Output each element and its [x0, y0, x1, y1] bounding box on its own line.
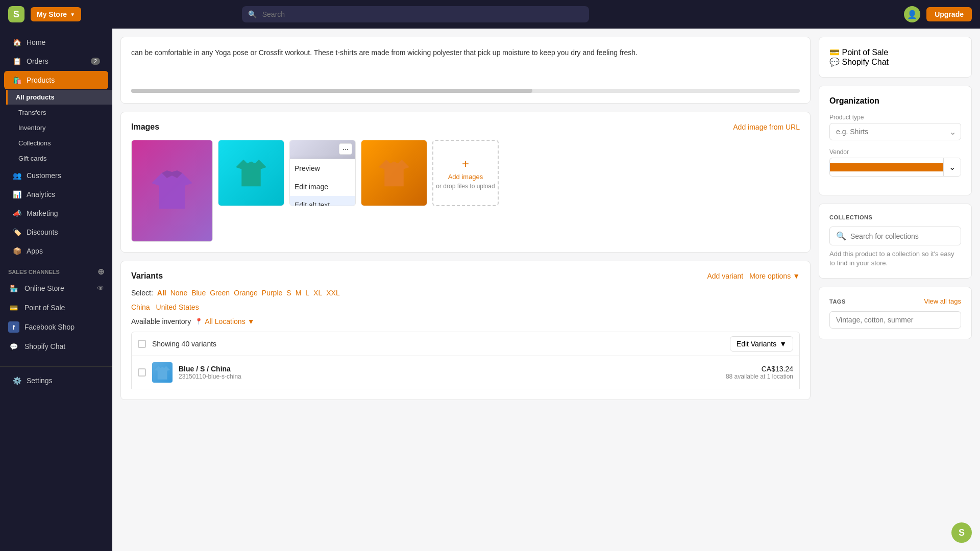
image-thumb-gray: ··· Preview Edit image Edit alt text Del… [289, 140, 356, 206]
image-thumb-purple [131, 140, 213, 242]
sidebar-item-apps[interactable]: 📦 Apps [4, 242, 108, 260]
pos-channel-icon: 💳 [829, 48, 840, 57]
all-locations-chip[interactable]: 📍 All Locations ▼ [195, 317, 254, 325]
more-options-button[interactable]: More options ▼ [749, 272, 800, 280]
sidebar-item-customers[interactable]: 👥 Customers [4, 166, 108, 185]
variants-card: Variants Add variant More options ▼ Sele… [120, 261, 811, 400]
chevron-down-icon: ⌄ [949, 127, 956, 137]
customers-icon: 👥 [12, 171, 21, 180]
select-xxl[interactable]: XXL [326, 289, 339, 297]
settings-icon: ⚙️ [12, 377, 21, 385]
select-none[interactable]: None [170, 289, 187, 297]
select-blue[interactable]: Blue [191, 289, 206, 297]
images-card: Images Add image from URL [120, 112, 811, 253]
select-all[interactable]: All [157, 289, 166, 297]
content-area: can be comfortable in any Yoga pose or C… [112, 29, 980, 408]
inventory-row: Available inventory 📍 All Locations ▼ [131, 317, 800, 325]
sidebar-item-label: Discounts [27, 228, 58, 236]
main-layout: 🏠 Home 📋 Orders 2 🛍️ Products All produc… [0, 29, 980, 551]
edit-variants-button[interactable]: Edit Variants ▼ [730, 336, 793, 352]
search-input[interactable] [242, 6, 589, 22]
sidebar-item-orders[interactable]: 📋 Orders 2 [4, 52, 108, 70]
add-images-dropzone[interactable]: + Add images or drop files to upload [432, 140, 499, 206]
sidebar-item-inventory[interactable]: Inventory [10, 120, 108, 135]
collections-label: Collections [18, 139, 51, 147]
tshirt-svg-orange [379, 155, 409, 191]
all-products-label: All products [16, 93, 55, 101]
sidebar-item-facebook-shop[interactable]: f Facebook Shop [0, 317, 112, 337]
organization-card: Organization Product type ⌄ Vendor ⌄ [819, 86, 972, 195]
variant-info: Blue / S / China 23150110-blue-s-china [179, 365, 720, 380]
product-type-input[interactable] [829, 123, 961, 140]
eye-icon[interactable]: 👁 [97, 284, 104, 292]
collections-card: COLLECTIONS 🔍 Add this product to a coll… [819, 204, 972, 279]
chevron-down-icon: ▼ [70, 12, 75, 17]
sidebar-item-analytics[interactable]: 📊 Analytics [4, 185, 108, 204]
collections-search-input[interactable] [850, 232, 954, 240]
sidebar-item-home[interactable]: 🏠 Home [4, 33, 108, 52]
add-image-from-url-button[interactable]: Add image from URL [733, 123, 800, 131]
sidebar-item-transfers[interactable]: Transfers [10, 105, 108, 120]
variant-row-checkbox[interactable] [138, 368, 146, 377]
sidebar-item-collections[interactable]: Collections [10, 136, 108, 151]
facebook-icon: f [8, 321, 19, 333]
view-all-tags-button[interactable]: View all tags [924, 297, 961, 305]
sidebar-item-products[interactable]: 🛍️ Products [4, 71, 108, 89]
sidebar-item-point-of-sale[interactable]: 💳 Point of Sale [0, 298, 112, 317]
pos-icon: 💳 [8, 302, 19, 313]
product-type-field: Product type ⌄ [829, 114, 961, 140]
shopify-logo-bottom[interactable]: S [951, 522, 972, 543]
select-s[interactable]: S [286, 289, 291, 297]
tags-header: TAGS View all tags [829, 297, 961, 305]
add-sales-channel-button[interactable]: ⊕ [97, 267, 104, 277]
select-orange[interactable]: Orange [234, 289, 258, 297]
tags-card: TAGS View all tags [819, 287, 972, 339]
shopify-logo: S [8, 6, 24, 22]
channel-label: Shopify Chat [842, 58, 889, 66]
variants-count: Showing 40 variants [152, 340, 724, 348]
country-china[interactable]: China [131, 303, 150, 311]
products-icon: 🛍️ [12, 76, 21, 84]
sidebar-item-online-store[interactable]: 🏪 Online Store 👁 [0, 279, 112, 298]
country-us[interactable]: United States [156, 303, 199, 311]
sidebar-item-all-products[interactable]: All products [6, 90, 112, 105]
select-xl[interactable]: XL [313, 289, 322, 297]
select-all-checkbox[interactable] [138, 340, 146, 348]
upgrade-button[interactable]: Upgrade [926, 7, 972, 21]
analytics-icon: 📊 [12, 190, 21, 198]
variants-header: Variants Add variant More options ▼ [131, 271, 800, 281]
store-selector-button[interactable]: My Store ▼ [31, 7, 81, 21]
sidebar-item-shopify-chat[interactable]: 💬 Shopify Chat [0, 337, 112, 356]
context-menu-preview[interactable]: Preview [289, 159, 356, 178]
sidebar-item-label: Marketing [27, 209, 58, 217]
image-context-menu-button[interactable]: ··· [339, 143, 352, 155]
context-menu-edit-alt-text[interactable]: Edit alt text [289, 196, 356, 206]
select-l[interactable]: L [305, 289, 309, 297]
select-purple[interactable]: Purple [262, 289, 282, 297]
sidebar-item-gift-cards[interactable]: Gift cards [10, 151, 108, 166]
select-m[interactable]: M [296, 289, 302, 297]
search-bar: 🔍 [242, 6, 589, 22]
chat-icon: 💬 [8, 341, 19, 352]
all-locations-label: All Locations [205, 317, 245, 325]
sidebar-item-settings[interactable]: ⚙️ Settings [4, 371, 108, 390]
tshirt-svg-teal [236, 155, 266, 191]
vendor-dropdown-icon[interactable]: ⌄ [943, 158, 961, 176]
tags-input[interactable] [829, 311, 961, 329]
sidebar-item-discounts[interactable]: 🏷️ Discounts [4, 223, 108, 241]
gift-cards-label: Gift cards [18, 155, 47, 162]
channel-label: Online Store [24, 284, 64, 292]
marketing-icon: 📣 [12, 209, 21, 217]
online-store-icon: 🏪 [8, 283, 19, 294]
description-card: can be comfortable in any Yoga pose or C… [120, 37, 811, 104]
inventory-label: Inventory [18, 124, 45, 132]
sidebar-item-marketing[interactable]: 📣 Marketing [4, 204, 108, 222]
scrollbar[interactable] [131, 89, 800, 93]
vendor-field: Vendor ⌄ [829, 148, 961, 177]
sales-channels-card: 💳 Point of Sale 💬 Shopify Chat [819, 37, 972, 78]
description-text: can be comfortable in any Yoga pose or C… [131, 47, 800, 58]
context-menu-edit-image[interactable]: Edit image [289, 178, 356, 196]
avatar[interactable]: 👤 [904, 6, 920, 22]
select-green[interactable]: Green [210, 289, 230, 297]
add-variant-button[interactable]: Add variant [707, 272, 743, 280]
